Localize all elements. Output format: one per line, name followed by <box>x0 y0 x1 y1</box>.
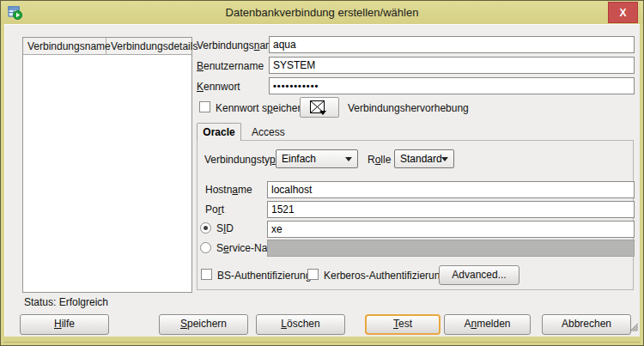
connections-table-header: Verbindungsname Verbindungsdetails <box>23 38 191 55</box>
connection-highlight-label: Verbindungshervorhebung <box>348 102 469 114</box>
tab-oracle[interactable]: Oracle <box>197 123 241 141</box>
save-password-label: Kennwort speichern <box>216 102 307 114</box>
username-input[interactable] <box>269 57 635 74</box>
connect-button[interactable]: Anmelden <box>444 314 531 335</box>
service-name-input <box>267 240 635 257</box>
hostname-input[interactable] <box>267 181 635 198</box>
connection-name-input[interactable] <box>269 36 635 53</box>
dialog-title: Datenbankverbindung erstellen/wählen <box>1 6 643 19</box>
os-auth-label: BS-Authentifizierung <box>217 270 311 282</box>
help-button[interactable]: Hilfe <box>20 314 109 335</box>
dialog-window: Datenbankverbindung erstellen/wählen X V… <box>0 0 644 346</box>
connection-type-select[interactable]: Einfach <box>276 149 358 168</box>
connections-table[interactable]: Verbindungsname Verbindungsdetails <box>22 37 192 293</box>
tab-access[interactable]: Access <box>252 126 285 138</box>
column-header-connection-name[interactable]: Verbindungsname <box>23 38 106 54</box>
port-input[interactable] <box>267 201 635 218</box>
save-button[interactable]: Speichern <box>159 314 248 335</box>
username-label: Benutzername <box>197 60 264 72</box>
kerberos-auth-label: Kerberos-Authentifizierung <box>324 270 446 282</box>
os-auth-checkbox[interactable] <box>201 269 212 280</box>
sid-input[interactable] <box>267 221 635 238</box>
dialog-body: Verbindungsname Verbindungsdetails Statu… <box>4 24 640 337</box>
password-label: Kennwort <box>197 81 240 93</box>
connection-type-label: Verbindungstyp <box>204 154 276 166</box>
color-swatch-icon <box>309 100 330 116</box>
role-value: Standard <box>400 153 442 165</box>
connection-name-label: Verbindungsname <box>197 39 280 52</box>
service-name-radio[interactable] <box>200 242 211 253</box>
cancel-button[interactable]: Abbrechen <box>542 314 631 335</box>
hostname-label: Hostname <box>205 184 252 196</box>
test-button[interactable]: Test <box>365 314 440 335</box>
title-bar[interactable]: Datenbankverbindung erstellen/wählen X <box>1 1 643 24</box>
role-label: Rolle <box>368 154 391 166</box>
sid-radio[interactable] <box>200 222 211 234</box>
connection-type-value: Einfach <box>282 153 316 165</box>
role-select[interactable]: Standard <box>394 149 454 168</box>
save-password-checkbox[interactable] <box>199 101 210 112</box>
column-header-connection-details[interactable]: Verbindungsdetails <box>106 38 197 54</box>
resize-grip[interactable] <box>628 319 638 335</box>
password-input[interactable] <box>269 77 635 94</box>
window-border-accent <box>3 342 641 343</box>
advanced-button[interactable]: Advanced... <box>439 265 519 285</box>
delete-button[interactable]: Löschen <box>256 314 345 335</box>
chevron-down-icon <box>441 157 448 161</box>
close-icon: X <box>619 7 626 19</box>
connection-highlight-button[interactable] <box>300 97 339 118</box>
close-button[interactable]: X <box>608 2 638 23</box>
chevron-down-icon <box>345 157 352 161</box>
sid-label: SID <box>216 222 234 234</box>
connections-list[interactable] <box>23 55 191 292</box>
status-text: Status: Erfolgreich <box>24 296 108 308</box>
kerberos-auth-checkbox[interactable] <box>307 269 319 280</box>
port-label: Port <box>205 203 224 215</box>
